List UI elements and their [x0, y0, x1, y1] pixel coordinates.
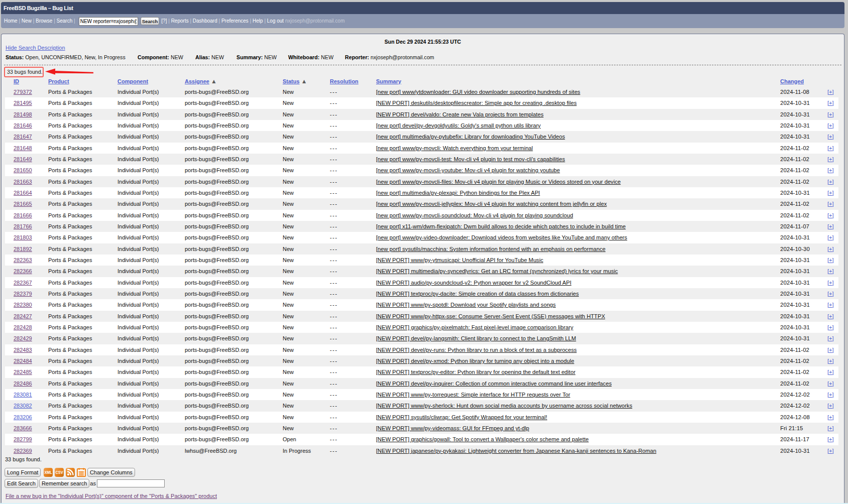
- svg-text:CSV: CSV: [56, 470, 63, 475]
- svg-text:XML: XML: [45, 470, 52, 475]
